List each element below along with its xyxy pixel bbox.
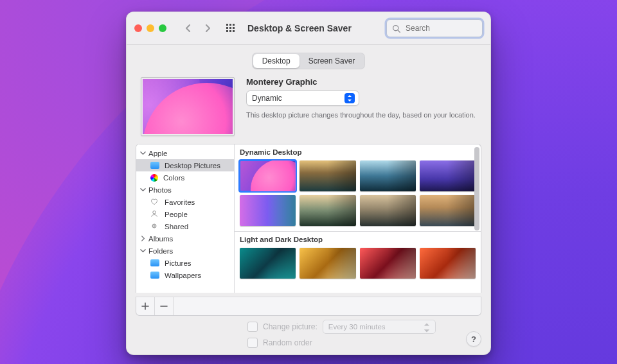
gallery-section-header: Dynamic Desktop <box>235 147 481 158</box>
sidebar-item-label: Colors <box>163 174 184 182</box>
gallery-grid <box>235 158 481 231</box>
help-button[interactable]: ? <box>466 331 481 347</box>
wallpaper-catalina-beach[interactable] <box>420 195 476 226</box>
svg-rect-7 <box>229 30 231 32</box>
wallpaper-options: Change picture: Every 30 minutes Random … <box>138 320 479 348</box>
search-field[interactable] <box>386 19 483 37</box>
back-button[interactable] <box>179 21 197 36</box>
search-icon <box>392 24 400 33</box>
sidebar-group-label: Apple <box>148 150 167 157</box>
wallpaper-hello-teal[interactable] <box>240 248 296 279</box>
tab-desktop[interactable]: Desktop <box>253 54 300 68</box>
change-picture-checkbox[interactable] <box>247 322 258 332</box>
sidebar-item-label: Favorites <box>165 198 195 206</box>
zoom-button[interactable] <box>159 24 166 32</box>
gallery-grid <box>235 245 481 284</box>
wallpaper-browser: AppleDesktop PicturesColorsPhotosFavorit… <box>136 144 481 293</box>
traffic-lights <box>134 24 166 32</box>
remove-source-button[interactable] <box>155 297 174 315</box>
titlebar: Desktop & Screen Saver <box>127 12 490 45</box>
change-interval-popup[interactable]: Every 30 minutes <box>323 320 436 334</box>
wallpaper-mode-popup[interactable]: Dynamic <box>246 91 359 106</box>
minimize-button[interactable] <box>147 24 154 32</box>
gallery-section-header: Light and Dark Desktop <box>235 234 481 245</box>
wallpaper-monterey-graphic[interactable] <box>240 160 296 191</box>
sidebar-item-label: Shared <box>165 223 188 230</box>
forward-button[interactable] <box>199 21 217 36</box>
wallpaper-big-sur-cliffs[interactable] <box>300 160 355 191</box>
sidebar-group-albums[interactable]: Albums <box>136 232 234 245</box>
sidebar-group-photos[interactable]: Photos <box>136 184 234 196</box>
sidebar-item-people[interactable]: People <box>136 208 234 220</box>
search-input[interactable] <box>404 23 477 33</box>
current-wallpaper-row: Monterey Graphic Dynamic This desktop pi… <box>127 76 490 144</box>
svg-rect-1 <box>229 24 231 26</box>
wallpaper-hello-coral[interactable] <box>420 248 476 279</box>
current-wallpaper-info: Monterey Graphic Dynamic This desktop pi… <box>246 77 476 136</box>
sidebar-item-label: Wallpapers <box>165 272 201 279</box>
close-button[interactable] <box>134 24 142 32</box>
sidebar-group-label: Folders <box>148 247 173 255</box>
change-picture-label: Change picture: <box>263 322 317 331</box>
scrollbar-thumb[interactable] <box>474 147 479 230</box>
wallpaper-hello-red[interactable] <box>360 248 416 279</box>
wallpaper-mode-value: Dynamic <box>252 94 282 103</box>
sidebar-item-shared[interactable]: Shared <box>136 220 234 232</box>
sidebar-group-folders[interactable]: Folders <box>136 245 234 257</box>
tab-screen-saver[interactable]: Screen Saver <box>300 54 364 68</box>
svg-point-11 <box>153 211 156 214</box>
svg-rect-6 <box>226 30 228 32</box>
sidebar-group-label: Photos <box>148 186 172 194</box>
window-title: Desktop & Screen Saver <box>247 23 352 33</box>
sidebar-item-favorites[interactable]: Favorites <box>136 196 234 208</box>
wallpaper-name-label: Monterey Graphic <box>246 77 476 87</box>
wallpaper-catalina-peak[interactable] <box>300 195 355 226</box>
svg-rect-0 <box>226 24 228 26</box>
sidebar-group-apple[interactable]: Apple <box>136 147 234 159</box>
sidebar-item-colors[interactable]: Colors <box>136 171 234 184</box>
popup-chevron-icon <box>344 93 355 103</box>
sidebar-item-desktop-pictures[interactable]: Desktop Pictures <box>136 159 234 171</box>
wallpaper-hello-gold[interactable] <box>300 248 355 279</box>
wallpaper-grid-scroll[interactable]: Dynamic DesktopLight and Dark Desktop <box>235 144 481 293</box>
sidebar-item-label: Pictures <box>165 259 192 267</box>
tab-bar: Desktop Screen Saver <box>127 45 490 76</box>
wallpaper-big-sur-lake[interactable] <box>360 160 416 191</box>
wallpaper-iridescence[interactable] <box>240 195 296 226</box>
add-source-button[interactable] <box>136 297 155 315</box>
sidebar-item-wallpapers[interactable]: Wallpapers <box>136 269 234 281</box>
wallpaper-grid-container: Dynamic DesktopLight and Dark Desktop <box>235 144 481 293</box>
svg-rect-3 <box>226 27 228 29</box>
source-list: AppleDesktop PicturesColorsPhotosFavorit… <box>136 144 235 293</box>
svg-rect-4 <box>229 27 231 29</box>
tab-segment: Desktop Screen Saver <box>252 53 366 69</box>
random-order-label: Random order <box>263 338 312 347</box>
chevron-down-icon <box>422 322 431 331</box>
svg-line-10 <box>398 30 400 31</box>
change-interval-value: Every 30 minutes <box>328 323 386 331</box>
random-order-checkbox[interactable] <box>247 338 258 348</box>
svg-rect-2 <box>233 24 235 26</box>
source-list-footer <box>136 297 481 316</box>
wallpaper-big-sur-dome[interactable] <box>420 160 476 191</box>
sidebar-item-label: Desktop Pictures <box>165 162 220 169</box>
show-all-button[interactable] <box>222 21 240 36</box>
svg-rect-8 <box>233 30 235 32</box>
divider <box>235 231 481 232</box>
preferences-window: Desktop & Screen Saver Desktop Screen Sa… <box>126 12 491 355</box>
sidebar-item-label: People <box>165 211 188 218</box>
wallpaper-catalina-tree[interactable] <box>360 195 416 226</box>
sidebar-item-pictures[interactable]: Pictures <box>136 257 234 269</box>
nav-buttons <box>179 21 217 36</box>
wallpaper-description: This desktop picture changes throughout … <box>246 111 476 119</box>
svg-rect-5 <box>233 27 235 29</box>
sidebar-group-label: Albums <box>148 235 173 243</box>
current-wallpaper-thumbnail <box>141 77 235 136</box>
